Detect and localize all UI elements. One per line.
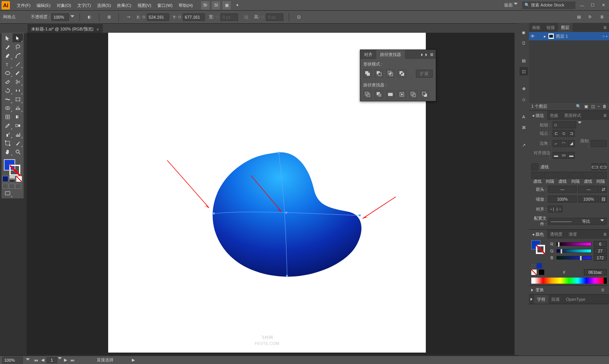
prev-artboard[interactable]: ◀: [40, 357, 46, 363]
expand-icon[interactable]: ▸: [544, 34, 546, 39]
panel-collapse-icon[interactable]: ⏵⏵: [420, 52, 428, 57]
stock-icon[interactable]: St: [212, 1, 220, 10]
dock-glyph-icon[interactable]: ⌘: [519, 123, 528, 132]
dock-align-icon[interactable]: ▤: [519, 56, 528, 65]
layers-tab[interactable]: 图层: [558, 23, 572, 32]
curvature-tool[interactable]: [13, 51, 23, 60]
color-swatch-area[interactable]: [531, 240, 547, 255]
dash-2[interactable]: [557, 172, 569, 179]
dash-3[interactable]: [582, 172, 594, 179]
expand-btn[interactable]: 扩展: [416, 70, 433, 78]
hex-input[interactable]: [584, 269, 607, 275]
gap-1[interactable]: [544, 172, 556, 179]
last-artboard[interactable]: ⏭: [69, 357, 75, 363]
target-icon[interactable]: ○ ▪: [602, 34, 607, 38]
window-close[interactable]: ✕: [599, 2, 607, 9]
next-artboard[interactable]: ▶: [62, 357, 69, 363]
mesh-tool[interactable]: [2, 112, 13, 121]
transform-header[interactable]: 变换 ≣: [529, 286, 609, 294]
perspective-tool[interactable]: [13, 104, 23, 112]
exclude-btn[interactable]: [398, 69, 406, 78]
transform-menu-icon[interactable]: ≣: [599, 287, 607, 292]
y-stepper[interactable]: ⊖: [178, 14, 181, 19]
arrange-docs-icon[interactable]: ▦: [222, 1, 231, 10]
bridge-icon[interactable]: Br: [201, 1, 209, 10]
menu-help[interactable]: 帮助(H): [176, 0, 196, 11]
gamut-icon[interactable]: ⬚: [531, 263, 535, 268]
anchor-icon[interactable]: ⊸: [124, 13, 133, 21]
x-input[interactable]: [147, 13, 169, 21]
menu-object[interactable]: 对象(O): [54, 0, 74, 11]
b-slider[interactable]: [556, 256, 591, 260]
direct-selection-tool[interactable]: [13, 34, 23, 42]
new-layer-icon[interactable]: ▫: [598, 104, 599, 109]
menu-window[interactable]: 窗口(W): [154, 0, 176, 11]
symbol-sprayer-tool[interactable]: [2, 130, 13, 139]
menu-view[interactable]: 视图(V): [134, 0, 155, 11]
workspace-switcher[interactable]: 版面: [502, 2, 520, 8]
document-tab[interactable]: 未标题-1.ai* @ 100% (RGB/预览) ×: [27, 24, 103, 34]
w-stepper[interactable]: ⊖: [216, 14, 219, 19]
join-round[interactable]: ◠: [560, 140, 567, 147]
zoom-dropdown[interactable]: [26, 358, 30, 362]
layer-name[interactable]: 图层 1: [556, 34, 568, 39]
eyedropper-tool[interactable]: [2, 121, 13, 130]
scale-end[interactable]: 100%: [578, 196, 599, 203]
brush-tool[interactable]: [13, 69, 23, 77]
links-tab[interactable]: 链接: [543, 23, 558, 32]
black-swatch[interactable]: [539, 270, 544, 275]
cap-butt[interactable]: ⊏: [553, 130, 559, 137]
x-stepper[interactable]: ⊖: [142, 14, 145, 19]
merge-btn[interactable]: [386, 90, 395, 99]
align-outside[interactable]: ▬: [568, 152, 575, 159]
h-stepper[interactable]: ⊖: [261, 14, 264, 19]
layer-row[interactable]: 👁 ▸ 图层 1 ○ ▪: [529, 32, 609, 40]
b-value[interactable]: [594, 255, 607, 261]
arrow-end[interactable]: —: [578, 186, 599, 193]
make-clip-icon[interactable]: ▣: [584, 104, 588, 109]
window-maximize[interactable]: ☐: [588, 2, 597, 9]
document-tab-close[interactable]: ×: [96, 27, 99, 32]
none-mode-btn[interactable]: [16, 176, 22, 182]
g-slider[interactable]: [556, 249, 591, 253]
reflect-tool[interactable]: [13, 86, 23, 95]
scale-link[interactable]: ⛓: [600, 196, 607, 203]
crop-btn[interactable]: [398, 90, 406, 99]
ctl-right-2[interactable]: ⊪: [586, 13, 595, 21]
link-wh-icon[interactable]: ⛓: [242, 13, 250, 21]
canvas-area[interactable]: 飞特网 FEVTE.COM: [27, 33, 521, 355]
dock-type-icon[interactable]: A: [519, 113, 528, 121]
dock-export-icon[interactable]: ↗: [519, 141, 528, 149]
character-tab[interactable]: 字符: [534, 295, 548, 304]
delete-layer-icon[interactable]: 🗑: [603, 104, 607, 109]
ctl-right-menu[interactable]: ≣: [598, 13, 606, 21]
trim-btn[interactable]: [375, 90, 383, 99]
fill-stroke-swatch[interactable]: [2, 158, 23, 175]
draw-normal[interactable]: [2, 184, 8, 189]
dock-pathfinder-icon[interactable]: ◫: [519, 67, 528, 75]
menu-type[interactable]: 文字(T): [74, 0, 94, 11]
none-swatch[interactable]: [531, 270, 537, 275]
scissors-tool[interactable]: [13, 77, 23, 86]
intersect-btn[interactable]: [386, 69, 395, 78]
arrow-align-2[interactable]: |→: [556, 206, 563, 212]
type-tool[interactable]: T: [2, 60, 13, 69]
dash-checkbox[interactable]: [531, 163, 538, 170]
dock-appearance-icon[interactable]: ◉: [519, 28, 528, 37]
width-tool[interactable]: [2, 95, 13, 104]
stock-search[interactable]: 🔍 搜索 Adobe Stock: [522, 2, 575, 9]
scale-start[interactable]: 100%: [548, 196, 577, 203]
char-expand-icon[interactable]: [531, 298, 532, 301]
blend-tool[interactable]: [13, 121, 23, 130]
unite-btn[interactable]: [363, 69, 372, 78]
color-stroke-swatch[interactable]: [536, 245, 545, 254]
mesh-object[interactable]: [211, 151, 363, 280]
dock-shape-icon[interactable]: ◇: [519, 95, 528, 104]
slice-tool[interactable]: [13, 139, 23, 147]
screen-mode[interactable]: [2, 189, 13, 198]
dock-transform-icon[interactable]: ✥: [519, 85, 528, 93]
paragraph-tab[interactable]: 段落: [548, 295, 563, 304]
minus-front-btn[interactable]: [375, 69, 383, 78]
color-mode-btn[interactable]: [2, 176, 8, 182]
limit-input[interactable]: [591, 140, 607, 147]
